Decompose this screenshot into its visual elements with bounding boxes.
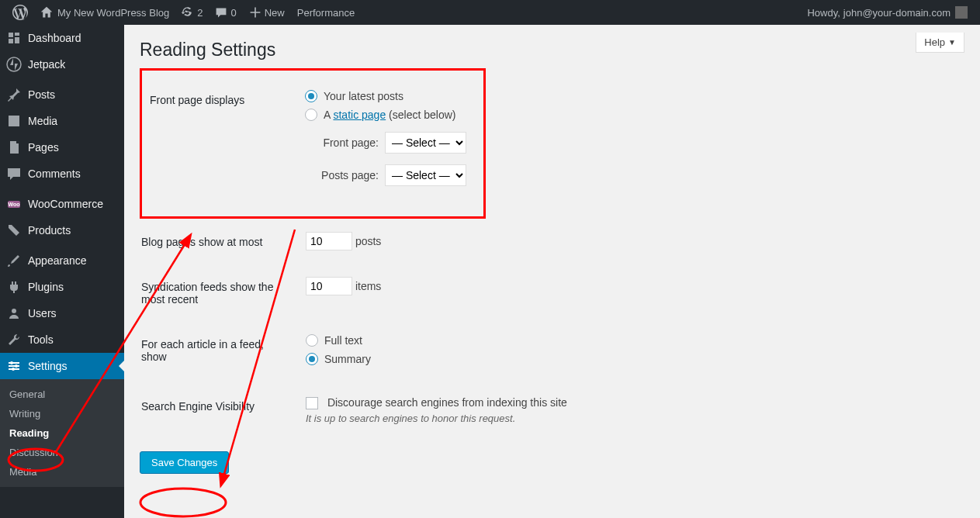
- howdy-prefix: Howdy,: [807, 7, 840, 19]
- search-visibility-checkbox-label: Discourage search engines from indexing …: [327, 396, 567, 409]
- jetpack-icon: [6, 57, 22, 72]
- front-page-displays-label: Front page displays: [144, 78, 296, 198]
- posts-page-select[interactable]: — Select —: [385, 164, 466, 186]
- sidebar-item-comments[interactable]: Comments: [0, 161, 124, 187]
- sidebar-item-label: Appearance: [28, 254, 87, 267]
- sidebar-item-label: Dashboard: [28, 32, 81, 44]
- refresh-icon: [182, 6, 194, 19]
- page-title: Reading Settings: [140, 33, 964, 64]
- user-account-menu[interactable]: Howdy, john@your-domain.com: [801, 0, 974, 25]
- sidebar-item-label: Tools: [28, 333, 54, 346]
- syndication-suffix: items: [355, 280, 381, 292]
- pages-icon: [6, 140, 22, 155]
- pin-icon: [6, 87, 22, 102]
- sidebar-item-appearance[interactable]: Appearance: [0, 247, 124, 274]
- media-icon: [6, 113, 22, 129]
- sidebar-item-label: Comments: [28, 167, 81, 180]
- updates-menu[interactable]: 2: [175, 0, 209, 25]
- updates-count: 2: [197, 7, 203, 19]
- sidebar-item-media[interactable]: Media: [0, 108, 124, 134]
- chevron-down-icon: ▼: [948, 38, 956, 47]
- dashboard-icon: [6, 30, 22, 46]
- radio-summary-label: Summary: [324, 353, 371, 365]
- products-icon: [6, 223, 22, 238]
- radio-full-text[interactable]: [306, 334, 318, 347]
- sidebar-item-label: Products: [28, 224, 71, 237]
- sidebar-item-woocommerce[interactable]: Woo WooCommerce: [0, 191, 124, 217]
- admin-bar: My New WordPress Blog 2 0 New Performanc…: [0, 0, 980, 25]
- radio-static-page[interactable]: [305, 109, 317, 121]
- annotation-highlight-box: Front page displays Your latest posts A …: [140, 68, 486, 219]
- sidebar-item-label: Settings: [28, 360, 68, 372]
- comments-count: 0: [230, 7, 236, 19]
- sidebar-item-users[interactable]: Users: [0, 300, 124, 326]
- site-name-menu[interactable]: My New WordPress Blog: [34, 0, 175, 25]
- submenu-item-writing[interactable]: Writing: [0, 404, 124, 423]
- search-visibility-checkbox[interactable]: [306, 397, 318, 409]
- svg-point-7: [10, 361, 13, 364]
- sidebar-item-posts[interactable]: Posts: [0, 81, 124, 108]
- woocommerce-icon: Woo: [6, 196, 22, 212]
- sidebar-item-label: Posts: [28, 88, 55, 101]
- svg-point-0: [7, 57, 21, 71]
- submenu-item-discussion[interactable]: Discussion: [0, 443, 124, 462]
- submenu-item-general[interactable]: General: [0, 385, 124, 404]
- plugin-icon: [6, 279, 22, 295]
- admin-sidemenu: Dashboard Jetpack Posts Media Pages Comm…: [0, 25, 124, 518]
- sidebar-item-label: Pages: [28, 141, 59, 154]
- sidebar-item-tools[interactable]: Tools: [0, 326, 124, 353]
- syndication-input[interactable]: [306, 277, 352, 295]
- syndication-label: Syndication feeds show the most recent: [141, 265, 296, 321]
- sidebar-item-label: Media: [28, 115, 57, 127]
- sidebar-item-plugins[interactable]: Plugins: [0, 274, 124, 300]
- front-page-select-label: Front page:: [305, 136, 379, 149]
- sidebar-item-label: WooCommerce: [28, 198, 103, 210]
- static-page-link[interactable]: static page: [333, 109, 386, 121]
- users-icon: [6, 306, 22, 321]
- wordpress-icon: [12, 5, 28, 20]
- static-suffix: (select below): [386, 109, 455, 121]
- settings-icon: [6, 358, 22, 374]
- feed-article-label: For each article in a feed, show: [141, 323, 296, 383]
- svg-point-8: [15, 364, 18, 368]
- submenu-item-media[interactable]: Media: [0, 462, 124, 482]
- svg-text:Woo: Woo: [8, 202, 19, 207]
- sidebar-item-jetpack[interactable]: Jetpack: [0, 51, 124, 78]
- help-label: Help: [924, 36, 945, 48]
- sidebar-item-label: Plugins: [28, 281, 64, 293]
- performance-label: Performance: [297, 7, 355, 19]
- performance-menu[interactable]: Performance: [291, 0, 361, 25]
- comment-icon: [215, 6, 227, 19]
- new-content-menu[interactable]: New: [243, 0, 291, 25]
- save-changes-button[interactable]: Save Changes: [140, 451, 229, 474]
- plus-icon: [249, 6, 261, 19]
- front-page-select[interactable]: — Select —: [385, 132, 466, 154]
- blog-pages-input[interactable]: [306, 232, 352, 250]
- new-label: New: [265, 7, 285, 19]
- site-name-label: My New WordPress Blog: [57, 7, 169, 19]
- content-area: Help ▼ Reading Settings Front page displ…: [124, 25, 980, 518]
- brush-icon: [6, 253, 22, 268]
- sidebar-item-settings[interactable]: Settings: [0, 353, 124, 379]
- posts-page-select-label: Posts page:: [305, 169, 379, 181]
- radio-latest-posts[interactable]: [305, 90, 317, 102]
- sidebar-item-products[interactable]: Products: [0, 217, 124, 243]
- sidebar-item-label: Users: [28, 307, 57, 319]
- radio-summary[interactable]: [306, 353, 318, 365]
- submenu-item-reading[interactable]: Reading: [0, 423, 124, 443]
- radio-latest-posts-label: Your latest posts: [324, 90, 403, 102]
- avatar: [955, 6, 968, 19]
- help-tab[interactable]: Help ▼: [916, 33, 964, 53]
- svg-point-9: [12, 368, 15, 371]
- static-prefix: A: [324, 109, 333, 121]
- sidebar-item-pages[interactable]: Pages: [0, 134, 124, 161]
- wordpress-logo-menu[interactable]: [6, 0, 34, 25]
- sidebar-item-label: Jetpack: [28, 58, 65, 71]
- settings-submenu: General Writing Reading Discussion Media: [0, 379, 124, 487]
- radio-full-text-label: Full text: [324, 334, 362, 347]
- svg-point-3: [12, 309, 16, 313]
- comments-menu[interactable]: 0: [209, 0, 242, 25]
- comments-icon: [6, 166, 22, 181]
- sidebar-item-dashboard[interactable]: Dashboard: [0, 25, 124, 51]
- home-icon: [40, 6, 53, 19]
